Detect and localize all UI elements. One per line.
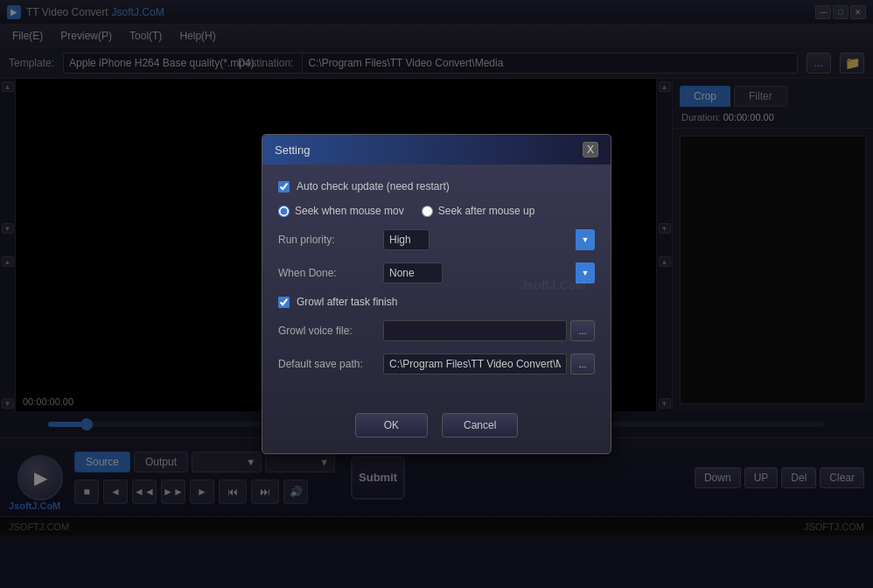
seek-mouse-mov-option: Seek when mouse mov bbox=[278, 205, 404, 217]
run-priority-label: Run priority: bbox=[278, 234, 383, 246]
run-priority-row: Run priority: High Normal Low Idle bbox=[278, 229, 595, 250]
save-browse-button[interactable]: ... bbox=[570, 354, 595, 374]
when-done-row: When Done: None Shutdown Hibernate Sleep bbox=[278, 262, 595, 284]
setting-dialog: Setting X Auto check update (need restar… bbox=[262, 134, 611, 454]
growl-browse-button[interactable]: ... bbox=[570, 320, 595, 341]
auto-check-checkbox[interactable] bbox=[278, 181, 290, 192]
run-priority-wrapper: High Normal Low Idle bbox=[383, 229, 595, 250]
when-done-label: When Done: bbox=[278, 267, 383, 279]
default-save-row: Default save path: ... bbox=[278, 354, 595, 374]
seek-mouse-up-option: Seek after mouse up bbox=[422, 205, 535, 217]
growl-row: Growl after task finish bbox=[278, 296, 595, 308]
when-done-select[interactable]: None Shutdown Hibernate Sleep bbox=[383, 262, 443, 284]
default-save-input[interactable] bbox=[383, 354, 567, 374]
growl-label: Growl after task finish bbox=[297, 296, 397, 308]
run-priority-select[interactable]: High Normal Low Idle bbox=[383, 229, 430, 250]
dialog-titlebar: Setting X bbox=[262, 135, 611, 164]
growl-voice-label: Growl voice file: bbox=[278, 325, 383, 337]
dialog-title-text: Setting bbox=[275, 144, 310, 157]
dialog-ok-button[interactable]: OK bbox=[355, 413, 428, 438]
seek-options-row: Seek when mouse mov Seek after mouse up bbox=[278, 205, 595, 217]
modal-overlay: Setting X Auto check update (need restar… bbox=[0, 0, 873, 588]
dialog-close-button[interactable]: X bbox=[583, 142, 598, 158]
dialog-footer: OK Cancel bbox=[262, 402, 611, 453]
auto-check-row: Auto check update (need restart) bbox=[278, 180, 595, 192]
dialog-cancel-button[interactable]: Cancel bbox=[442, 413, 518, 438]
when-done-wrapper: None Shutdown Hibernate Sleep bbox=[383, 262, 595, 284]
seek-mouse-mov-label: Seek when mouse mov bbox=[295, 205, 404, 217]
default-save-label: Default save path: bbox=[278, 358, 383, 370]
auto-check-label: Auto check update (need restart) bbox=[297, 180, 450, 192]
dialog-body: Auto check update (need restart) Seek wh… bbox=[262, 164, 611, 402]
seek-mouse-up-label: Seek after mouse up bbox=[438, 205, 535, 217]
growl-voice-input[interactable] bbox=[383, 320, 567, 341]
seek-mouse-up-radio[interactable] bbox=[422, 206, 433, 217]
growl-voice-row: Growl voice file: ... bbox=[278, 320, 595, 341]
seek-mouse-mov-radio[interactable] bbox=[278, 206, 290, 217]
growl-checkbox[interactable] bbox=[278, 297, 290, 308]
